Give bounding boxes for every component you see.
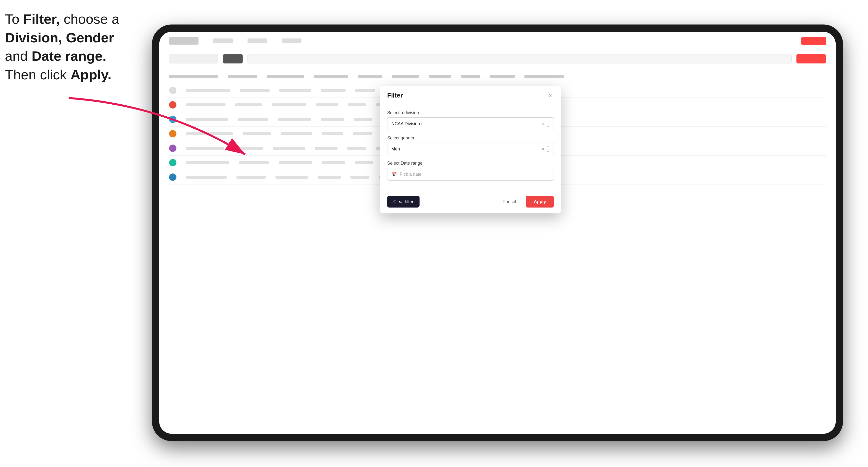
gender-clear-icon[interactable]: × bbox=[541, 147, 544, 152]
team-logo bbox=[169, 145, 177, 152]
nav-logo bbox=[169, 37, 198, 44]
division-value: NCAA Division I bbox=[391, 121, 423, 126]
modal-footer: Clear filter Cancel Apply bbox=[380, 192, 561, 213]
modal-footer-right: Cancel Apply bbox=[496, 196, 554, 208]
instruction-bold2: Division, Gender bbox=[5, 30, 114, 45]
division-arrow-icon: ⌃⌄ bbox=[547, 120, 550, 128]
division-select[interactable]: NCAA Division I × ⌃⌄ bbox=[387, 117, 554, 130]
gender-controls: × ⌃⌄ bbox=[541, 145, 550, 153]
toolbar-select[interactable] bbox=[169, 54, 218, 63]
tablet-frame: Filter × Select a division NCAA Division… bbox=[152, 25, 843, 441]
team-logo bbox=[169, 159, 177, 166]
instruction-line1: To Filter, choose a bbox=[5, 11, 119, 27]
team-logo bbox=[169, 87, 177, 94]
team-logo bbox=[169, 174, 177, 181]
app-toolbar bbox=[159, 50, 836, 67]
modal-header: Filter × bbox=[380, 86, 561, 104]
division-label: Select a division bbox=[387, 110, 554, 116]
tablet-screen: Filter × Select a division NCAA Division… bbox=[159, 32, 836, 434]
date-range-input[interactable]: 📅 Pick a date bbox=[387, 168, 554, 181]
date-range-group: Select Date range 📅 Pick a date bbox=[387, 161, 554, 181]
nav-item-3 bbox=[282, 38, 302, 43]
apply-button[interactable]: Apply bbox=[526, 196, 554, 208]
gender-value: Men bbox=[391, 147, 400, 152]
modal-body: Select a division NCAA Division I × ⌃⌄ S… bbox=[380, 104, 561, 192]
nav-item-2 bbox=[248, 38, 267, 43]
nav-action-button[interactable] bbox=[801, 37, 826, 45]
nav-item-1 bbox=[213, 38, 233, 43]
filter-modal: Filter × Select a division NCAA Division… bbox=[380, 86, 561, 213]
toolbar-right-button[interactable] bbox=[797, 54, 826, 63]
instruction-line4: Then click Apply. bbox=[5, 67, 112, 82]
gender-select[interactable]: Men × ⌃⌄ bbox=[387, 143, 554, 155]
app-navbar bbox=[159, 32, 836, 50]
instruction-text: To Filter, choose a Division, Gender and… bbox=[5, 10, 147, 84]
clear-filter-button[interactable]: Clear filter bbox=[387, 196, 420, 208]
nav-right bbox=[801, 37, 826, 45]
table-header bbox=[169, 72, 826, 81]
instruction-line3: and Date range. bbox=[5, 48, 106, 64]
toolbar-search[interactable] bbox=[248, 54, 792, 63]
division-clear-icon[interactable]: × bbox=[541, 121, 544, 126]
modal-close-button[interactable]: × bbox=[547, 92, 554, 99]
toolbar-button[interactable] bbox=[223, 54, 243, 63]
team-logo bbox=[169, 130, 177, 137]
gender-arrow-icon: ⌃⌄ bbox=[547, 145, 550, 153]
date-placeholder: Pick a date bbox=[400, 172, 422, 177]
team-logo bbox=[169, 101, 177, 108]
division-group: Select a division NCAA Division I × ⌃⌄ bbox=[387, 110, 554, 130]
calendar-icon: 📅 bbox=[391, 172, 397, 177]
cancel-button[interactable]: Cancel bbox=[496, 196, 522, 208]
modal-title: Filter bbox=[387, 92, 403, 99]
gender-group: Select gender Men × ⌃⌄ bbox=[387, 135, 554, 155]
team-logo bbox=[169, 116, 177, 123]
date-range-label: Select Date range bbox=[387, 161, 554, 166]
gender-label: Select gender bbox=[387, 135, 554, 141]
division-controls: × ⌃⌄ bbox=[541, 120, 550, 128]
